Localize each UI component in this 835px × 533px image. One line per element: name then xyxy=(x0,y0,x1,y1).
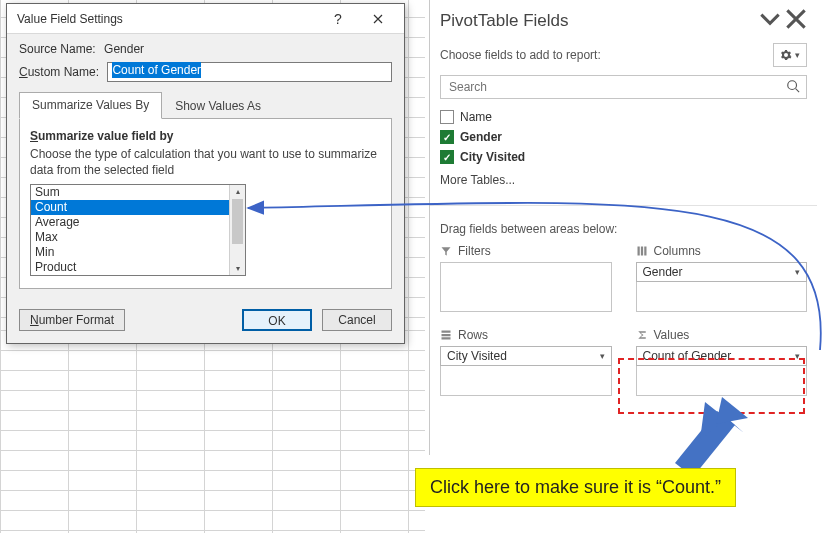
chevron-down-icon: ▾ xyxy=(795,351,800,361)
list-item[interactable]: Max xyxy=(31,230,229,245)
columns-title: Columns xyxy=(654,244,701,258)
number-format-button[interactable]: Number Format xyxy=(19,309,125,331)
filter-icon xyxy=(440,245,452,257)
dialog-title: Value Field Settings xyxy=(17,12,123,26)
choose-fields-label: Choose fields to add to report: xyxy=(440,48,773,62)
rows-field-pill[interactable]: City Visited ▾ xyxy=(440,346,612,366)
search-icon xyxy=(786,79,800,96)
chevron-down-icon xyxy=(757,6,783,32)
rows-title: Rows xyxy=(458,328,488,342)
field-row[interactable]: Gender xyxy=(440,127,807,147)
svg-point-0 xyxy=(788,80,797,89)
value-field-settings-dialog: Value Field Settings ? Source Name: Gend… xyxy=(6,3,405,344)
values-title: Values xyxy=(654,328,690,342)
list-item[interactable]: Average xyxy=(31,215,229,230)
chevron-down-icon: ▾ xyxy=(600,351,605,361)
cancel-button[interactable]: Cancel xyxy=(322,309,392,331)
field-pill-label: Gender xyxy=(643,265,683,279)
filters-title: Filters xyxy=(458,244,491,258)
fields-list: Name Gender City Visited More Tables... xyxy=(430,107,817,187)
gear-icon xyxy=(780,49,792,61)
list-item[interactable]: Min xyxy=(31,245,229,260)
source-name-row: Source Name: Gender xyxy=(19,42,392,56)
summarize-title: Summarize value field by xyxy=(30,129,381,143)
list-item[interactable]: Product xyxy=(31,260,229,275)
tab-summarize-values-by[interactable]: Summarize Values By xyxy=(19,92,162,119)
pivot-areas: Filters Columns Gender ▾ Rows xyxy=(430,240,817,406)
values-area[interactable]: Values Count of Gender ▾ xyxy=(636,328,808,396)
values-dropzone[interactable]: Count of Gender ▾ xyxy=(636,346,808,396)
columns-icon xyxy=(636,245,648,257)
summarize-function-listbox[interactable]: Sum Count Average Max Min Product xyxy=(30,184,246,276)
sigma-icon xyxy=(636,329,648,341)
fields-search-box[interactable] xyxy=(440,75,807,99)
tabpanel-summarize: Summarize value field by Choose the type… xyxy=(19,119,392,289)
field-row[interactable]: City Visited xyxy=(440,147,807,167)
rows-area[interactable]: Rows City Visited ▾ xyxy=(440,328,612,396)
close-icon xyxy=(783,6,809,32)
filters-dropzone[interactable] xyxy=(440,262,612,312)
help-button[interactable]: ? xyxy=(318,5,358,33)
field-row[interactable]: Name xyxy=(440,107,807,127)
columns-field-pill[interactable]: Gender ▾ xyxy=(636,262,808,282)
field-pill-label: City Visited xyxy=(447,349,507,363)
annotation-tip: Click here to make sure it is “Count.” xyxy=(415,468,736,507)
close-button[interactable] xyxy=(358,5,398,33)
rows-icon xyxy=(440,329,452,341)
field-label: City Visited xyxy=(460,150,525,164)
dialog-titlebar[interactable]: Value Field Settings ? xyxy=(7,4,404,34)
pane-title: PivotTable Fields xyxy=(440,11,569,31)
chevron-down-icon: ▾ xyxy=(795,267,800,277)
columns-dropzone[interactable]: Gender ▾ xyxy=(636,262,808,312)
field-label: Gender xyxy=(460,130,502,144)
source-name-value: Gender xyxy=(104,42,144,56)
search-input[interactable] xyxy=(447,79,786,95)
field-checkbox[interactable] xyxy=(440,110,454,124)
list-item[interactable]: Count xyxy=(31,200,229,215)
scrollbar-thumb[interactable] xyxy=(232,199,243,244)
field-checkbox[interactable] xyxy=(440,130,454,144)
ok-button[interactable]: OK xyxy=(242,309,312,331)
dialog-tabs: Summarize Values By Show Values As xyxy=(19,92,392,119)
pane-layout-settings-button[interactable]: ▾ xyxy=(773,43,807,67)
chevron-down-icon: ▾ xyxy=(795,50,800,60)
source-name-label: Source Name: xyxy=(19,42,96,56)
custom-name-value: Count of Gender xyxy=(112,62,201,78)
pane-close-button[interactable] xyxy=(783,6,809,35)
filters-area[interactable]: Filters xyxy=(440,244,612,312)
values-field-pill[interactable]: Count of Gender ▾ xyxy=(636,346,808,366)
field-pill-label: Count of Gender xyxy=(643,349,732,363)
listbox-scrollbar[interactable] xyxy=(229,185,245,275)
pane-expand-down-button[interactable] xyxy=(757,6,783,35)
drag-areas-label: Drag fields between areas below: xyxy=(430,205,817,240)
more-tables-link[interactable]: More Tables... xyxy=(440,173,807,187)
field-checkbox[interactable] xyxy=(440,150,454,164)
summarize-hint: Choose the type of calculation that you … xyxy=(30,147,381,178)
pane-header: PivotTable Fields xyxy=(430,0,817,37)
tab-show-values-as[interactable]: Show Values As xyxy=(162,93,274,119)
list-item[interactable]: Sum xyxy=(31,185,229,200)
close-icon xyxy=(373,14,383,24)
custom-name-input[interactable]: Count of Gender xyxy=(107,62,392,82)
pivottable-fields-pane: PivotTable Fields Choose fields to add t… xyxy=(429,0,817,455)
custom-name-row: Custom Name: Count of Gender xyxy=(19,62,392,82)
custom-name-label: Custom Name: xyxy=(19,65,99,79)
field-label: Name xyxy=(460,110,492,124)
columns-area[interactable]: Columns Gender ▾ xyxy=(636,244,808,312)
rows-dropzone[interactable]: City Visited ▾ xyxy=(440,346,612,396)
